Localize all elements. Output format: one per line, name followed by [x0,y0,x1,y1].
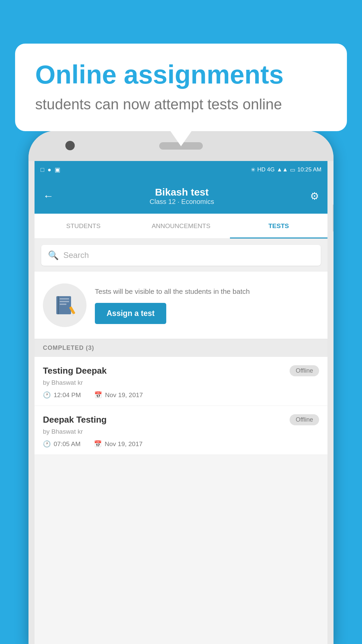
signal-area: ✳ HD 4G ▲▲ ▭ 10:25 AM [251,166,321,173]
svg-rect-2 [60,298,69,300]
bubble-title: Online assignments [35,60,327,89]
test-author-2: by Bhaswat kr [43,428,319,435]
phone-screen: □ ● ▣ ✳ HD 4G ▲▲ ▭ 10:25 AM ← Bikash tes… [35,161,327,644]
tab-tests[interactable]: TESTS [230,214,327,238]
test-item-header-2: Deepak Testing Offline [43,414,319,425]
time-display: 10:25 AM [297,166,321,173]
test-item: Testing Deepak Offline by Bhaswat kr 🕐 1… [35,357,327,406]
svg-rect-3 [60,301,69,302]
calendar-icon-2: 📅 [94,440,102,448]
test-author-1: by Bhaswat kr [43,379,319,386]
phone-camera [65,141,75,150]
test-date-1: 📅 Nov 19, 2017 [94,391,143,399]
test-date-2: 📅 Nov 19, 2017 [94,440,142,448]
tab-students[interactable]: STUDENTS [35,214,132,238]
battery-icon: ▭ [290,166,295,173]
test-time-2: 🕐 07:05 AM [43,440,80,448]
completed-header: COMPLETED (3) [35,339,327,357]
clock-icon-2: 🕐 [43,440,51,448]
search-bar[interactable]: 🔍 Search [41,245,321,266]
svg-rect-1 [58,296,59,314]
bubble-subtitle: students can now attempt tests online [35,96,327,113]
signal-bars: ▲▲ [277,166,288,173]
network-label: HD 4G [257,166,275,173]
settings-icon[interactable]: ⚙ [310,190,319,202]
assign-test-button[interactable]: Assign a test [95,303,166,324]
speech-bubble: Online assignments students can now atte… [15,44,347,131]
clock-icon-1: 🕐 [43,391,51,399]
notebook-icon-circle [43,283,86,327]
test-time-1: 🕐 12:04 PM [43,391,81,399]
notebook-svg [53,293,76,317]
assign-description: Tests will be visible to all the student… [95,286,319,296]
app-subtitle: Class 12 · Economics [149,198,214,206]
test-name-1: Testing Deepak [43,366,107,376]
app-bar: ← Bikash test Class 12 · Economics ⚙ [35,178,327,214]
side-button [333,205,334,231]
svg-rect-4 [60,304,66,305]
search-input[interactable]: Search [63,251,89,260]
wifi-icon: □ [41,166,44,173]
offline-badge-2: Offline [290,414,319,425]
whatsapp-icon: ● [48,166,51,173]
bluetooth-icon: ✳ [251,166,255,173]
offline-badge-1: Offline [290,365,319,376]
test-item-2: Deepak Testing Offline by Bhaswat kr 🕐 0… [35,406,327,455]
test-meta-2: 🕐 07:05 AM 📅 Nov 19, 2017 [43,440,319,448]
calendar-icon-1: 📅 [94,391,102,399]
app-bar-center: Bikash test Class 12 · Economics [149,186,214,206]
tab-bar: STUDENTS ANNOUNCEMENTS TESTS [35,214,327,239]
back-button[interactable]: ← [43,190,54,202]
test-meta-1: 🕐 12:04 PM 📅 Nov 19, 2017 [43,391,319,399]
search-icon: 🔍 [48,250,59,261]
status-bar: □ ● ▣ ✳ HD 4G ▲▲ ▭ 10:25 AM [35,161,327,178]
image-icon: ▣ [55,166,60,173]
tab-announcements[interactable]: ANNOUNCEMENTS [132,214,230,238]
assign-right: Tests will be visible to all the student… [95,286,319,324]
status-left-icons: □ ● ▣ [41,166,60,173]
app-title: Bikash test [149,186,214,198]
test-name-2: Deepak Testing [43,415,107,425]
phone-frame: □ ● ▣ ✳ HD 4G ▲▲ ▭ 10:25 AM ← Bikash tes… [28,131,334,644]
assign-section: Tests will be visible to all the student… [35,272,327,339]
search-container: 🔍 Search [35,239,327,272]
test-item-header-1: Testing Deepak Offline [43,365,319,376]
